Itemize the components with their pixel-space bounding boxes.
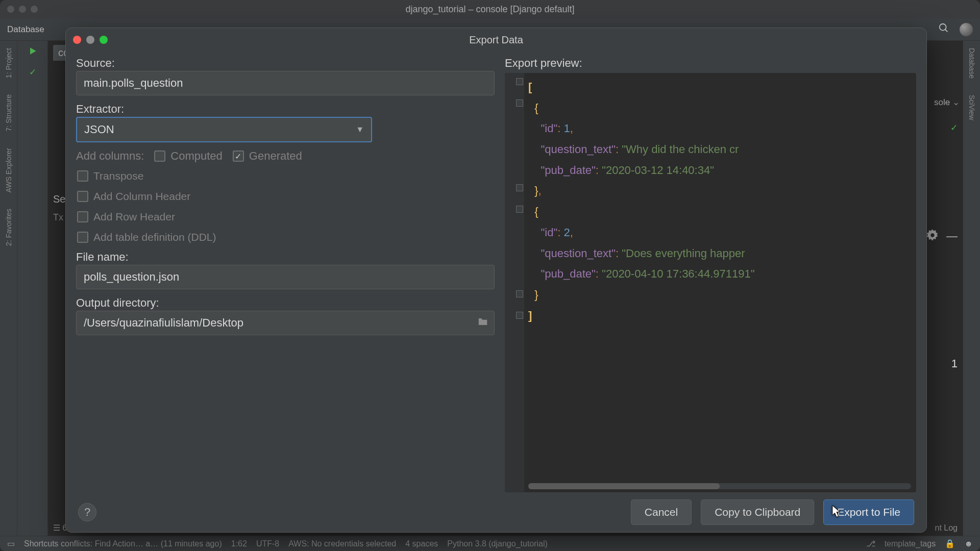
svg-marker-2 [30, 47, 36, 54]
file-name-label: File name: [76, 251, 495, 264]
gear-icon[interactable] [927, 230, 938, 243]
notification-icon[interactable]: ▭ [7, 539, 15, 548]
editor-gutter [505, 73, 524, 492]
output-dir-label: Output directory: [76, 296, 495, 310]
dialog-left-pane: Source: Extractor: JSON ▼ Add columns: C… [76, 57, 495, 492]
dialog-min-dot[interactable] [86, 36, 94, 44]
dialog-footer: ? Cancel Copy to Clipboard Export to Fil… [66, 492, 926, 532]
help-button[interactable]: ? [78, 503, 96, 521]
source-label: Source: [76, 57, 495, 70]
window-title: django_tutorial – console [Django defaul… [405, 4, 574, 15]
search-icon[interactable] [938, 22, 949, 36]
fold-icon[interactable] [516, 206, 523, 213]
add-row-header-checkbox[interactable]: Add Row Header [77, 211, 495, 223]
run-gutter: ✓ [17, 41, 48, 536]
left-tool-rail: 1: Project 7: Structure AWS Explorer 2: … [0, 41, 17, 536]
file-name-input[interactable] [76, 265, 495, 289]
structure-tool[interactable]: 7: Structure [5, 91, 13, 134]
dialog-max-dot[interactable] [100, 36, 108, 44]
fold-icon[interactable] [516, 312, 523, 319]
mac-close-dot[interactable] [7, 6, 14, 13]
fold-icon[interactable] [516, 99, 523, 107]
right-tool-rail: Database SciView [963, 41, 980, 536]
export-data-dialog: Export Data Source: Extractor: JSON ▼ Ad… [65, 28, 927, 533]
status-shortcuts[interactable]: Shortcuts conflicts: Find Action… a… (11… [24, 539, 222, 548]
svg-line-1 [945, 30, 948, 32]
git-branch-icon[interactable]: ⎇ [866, 539, 875, 548]
bg-badge: 1 [951, 357, 958, 370]
copy-to-clipboard-button[interactable]: Copy to Clipboard [701, 499, 814, 525]
export-to-file-button[interactable]: Export to File [823, 499, 914, 525]
dialog-title-text: Export Data [469, 34, 523, 46]
dialog-titlebar: Export Data [66, 28, 926, 52]
folder-icon[interactable] [477, 316, 488, 330]
avatar[interactable] [960, 23, 973, 36]
dialog-close-dot[interactable] [73, 36, 81, 44]
status-branch[interactable]: template_tags [885, 539, 936, 548]
source-input[interactable] [76, 71, 495, 95]
extractor-label: Extractor: [76, 103, 495, 116]
mac-min-dot[interactable] [19, 6, 26, 13]
add-ddl-checkbox[interactable]: Add table definition (DDL) [77, 231, 495, 243]
computed-checkbox[interactable]: Computed [154, 149, 223, 163]
add-col-header-checkbox[interactable]: Add Column Header [77, 190, 495, 203]
export-preview: [ { "id": 1, "question_text": "Why did t… [505, 73, 916, 492]
status-python[interactable]: Python 3.8 (django_tutorial) [447, 539, 548, 548]
check-icon: ✓ [29, 67, 36, 78]
inspector-icon[interactable]: ☻ [964, 539, 973, 548]
add-columns-label: Add columns: [76, 149, 144, 163]
favorites-tool[interactable]: 2: Favorites [5, 206, 13, 249]
status-aws[interactable]: AWS: No credentials selected [288, 539, 396, 548]
extractor-select[interactable]: JSON ▼ [76, 117, 372, 142]
fold-icon[interactable] [516, 78, 523, 85]
fold-icon[interactable] [516, 184, 523, 191]
database-tool-label[interactable]: Database [7, 24, 44, 35]
cancel-button[interactable]: Cancel [631, 499, 692, 525]
statusbar: ▭ Shortcuts conflicts: Find Action… a… (… [0, 536, 980, 551]
event-log-link[interactable]: nt Log [935, 523, 958, 533]
svg-point-0 [940, 24, 946, 31]
mac-max-dot[interactable] [31, 6, 38, 13]
sciview-tool[interactable]: SciView [968, 92, 976, 123]
status-indent[interactable]: 4 spaces [405, 539, 438, 548]
status-encoding[interactable]: UTF-8 [256, 539, 279, 548]
fold-icon[interactable] [516, 290, 523, 297]
database-tool[interactable]: Database [968, 45, 976, 82]
run-icon[interactable] [28, 46, 38, 59]
minimize-icon[interactable]: — [946, 230, 958, 243]
aws-explorer-tool[interactable]: AWS Explorer [5, 145, 13, 195]
add-columns-row: Add columns: Computed Generated [76, 149, 495, 163]
preview-code: [ { "id": 1, "question_text": "Why did t… [528, 77, 916, 326]
lock-icon[interactable]: 🔒 [945, 539, 955, 548]
extractor-value: JSON [84, 123, 114, 136]
generated-checkbox[interactable]: Generated [233, 149, 302, 163]
bg-console-label[interactable]: sole ⌄ [934, 97, 960, 108]
status-pos[interactable]: 1:62 [231, 539, 247, 548]
output-dir-input[interactable] [76, 311, 495, 335]
preview-label: Export preview: [505, 57, 916, 70]
bg-check-icon: ✓ [950, 122, 958, 133]
transpose-checkbox[interactable]: Transpose [77, 170, 495, 182]
horizontal-scrollbar[interactable] [528, 483, 911, 489]
chevron-down-icon: ▼ [356, 125, 364, 134]
project-tool[interactable]: 1: Project [5, 45, 13, 81]
mac-titlebar: django_tutorial – console [Django defaul… [0, 0, 980, 18]
dialog-right-pane: Export preview: [ { "id": 1, "question_t… [505, 57, 916, 492]
